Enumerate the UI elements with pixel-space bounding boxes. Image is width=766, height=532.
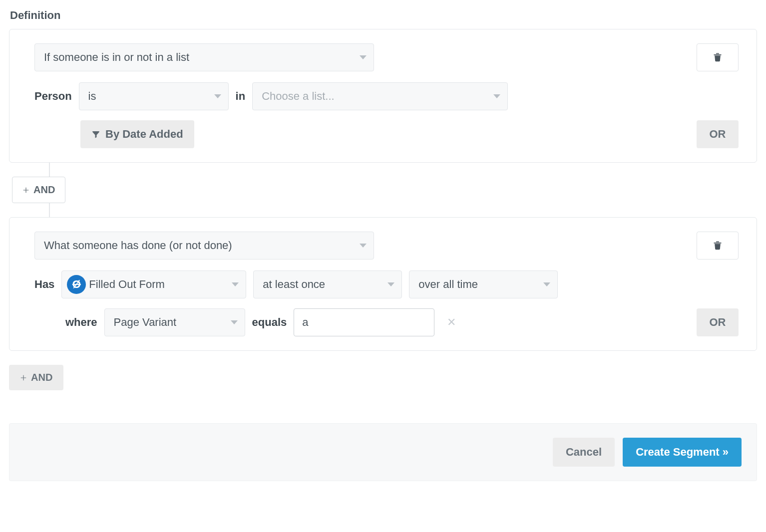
or-button[interactable]: OR [697,308,739,336]
footer-actions: Cancel Create Segment » [9,423,757,481]
plus-icon [20,374,27,381]
or-button[interactable]: OR [697,120,739,148]
connector-line [49,163,50,177]
chevron-down-icon [231,320,238,324]
chevron-down-icon [387,282,394,286]
condition-card-1: If someone is in or not in a list Person… [9,29,757,163]
condition-type-value: What someone has done (or not done) [44,239,232,252]
by-date-added-button[interactable]: By Date Added [80,120,194,148]
property-value-input[interactable] [294,308,434,336]
and-label: AND [33,184,55,196]
property-select[interactable]: Page Variant [104,308,245,336]
trash-icon [713,51,723,64]
property-value: Page Variant [114,316,177,329]
person-label: Person [34,90,72,103]
condition-card-2: What someone has done (or not done) Has … [9,217,757,351]
create-segment-button[interactable]: Create Segment » [623,438,742,467]
and-label: AND [31,372,52,383]
integration-badge-icon: Ø [67,275,86,294]
list-select[interactable]: Choose a list... [252,82,508,110]
chevron-down-icon [214,94,221,98]
remove-filter-button[interactable]: ✕ [444,315,458,329]
person-is-value: is [88,90,96,103]
has-label: Has [34,278,54,291]
timeframe-value: over all time [418,278,478,291]
cancel-button[interactable]: Cancel [553,438,615,467]
trash-icon [713,240,723,252]
delete-condition-button[interactable] [697,232,739,260]
chevron-down-icon [232,282,239,286]
where-label: where [65,316,97,329]
timeframe-select[interactable]: over all time [409,270,558,298]
chevron-down-icon [493,94,500,98]
event-select[interactable]: Ø Filled Out Form [61,270,246,298]
section-title: Definition [9,0,757,29]
connector-line [49,203,50,217]
event-value: Filled Out Form [89,278,165,291]
condition-type-value: If someone is in or not in a list [44,51,189,64]
funnel-icon [91,130,100,139]
condition-type-select[interactable]: If someone is in or not in a list [34,43,374,71]
list-placeholder: Choose a list... [262,90,335,103]
and-button-solid[interactable]: AND [9,365,63,390]
chevron-down-icon [543,282,550,286]
plus-icon [22,187,29,194]
frequency-select[interactable]: at least once [253,270,402,298]
chevron-down-icon [360,244,367,248]
equals-label: equals [252,316,287,329]
condition-type-select[interactable]: What someone has done (or not done) [34,232,374,260]
in-label: in [236,90,246,103]
frequency-value: at least once [263,278,325,291]
chevron-down-icon [360,55,367,59]
close-icon: ✕ [447,316,456,329]
and-button-outline[interactable]: AND [12,177,65,203]
person-is-select[interactable]: is [79,82,229,110]
by-date-added-label: By Date Added [105,128,183,141]
delete-condition-button[interactable] [697,43,739,71]
